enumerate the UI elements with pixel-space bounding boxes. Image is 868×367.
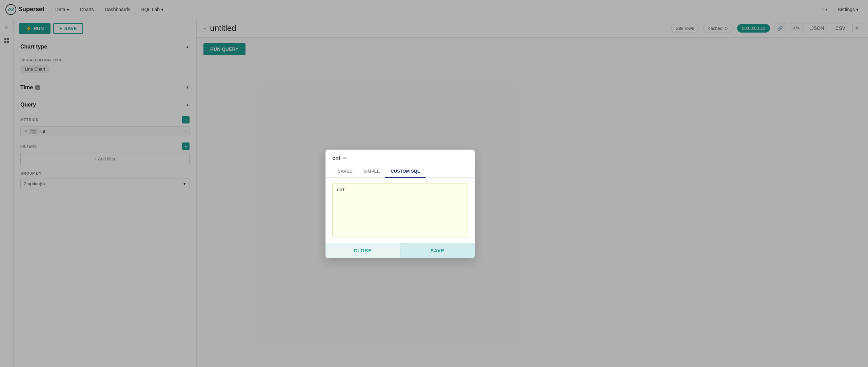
modal-body: cnt xyxy=(326,178,475,243)
modal-title: cnt xyxy=(332,155,340,161)
modal-overlay: cnt ✏ SAVED SIMPLE CUSTOM SQL cnt CLOSE … xyxy=(0,0,868,367)
edit-icon[interactable]: ✏ xyxy=(343,155,347,161)
tab-simple[interactable]: SIMPLE xyxy=(358,165,385,178)
metric-modal: cnt ✏ SAVED SIMPLE CUSTOM SQL cnt CLOSE … xyxy=(326,150,475,258)
tab-custom-sql[interactable]: CUSTOM SQL xyxy=(385,165,425,178)
sql-editor[interactable]: cnt xyxy=(332,183,468,237)
modal-save-button[interactable]: SAVE xyxy=(400,243,475,258)
modal-footer: CLOSE SAVE xyxy=(326,243,475,258)
modal-header: cnt ✏ xyxy=(326,150,475,161)
modal-close-button[interactable]: CLOSE xyxy=(326,243,400,258)
tab-saved[interactable]: SAVED xyxy=(332,165,358,178)
modal-tabs: SAVED SIMPLE CUSTOM SQL xyxy=(326,165,475,178)
